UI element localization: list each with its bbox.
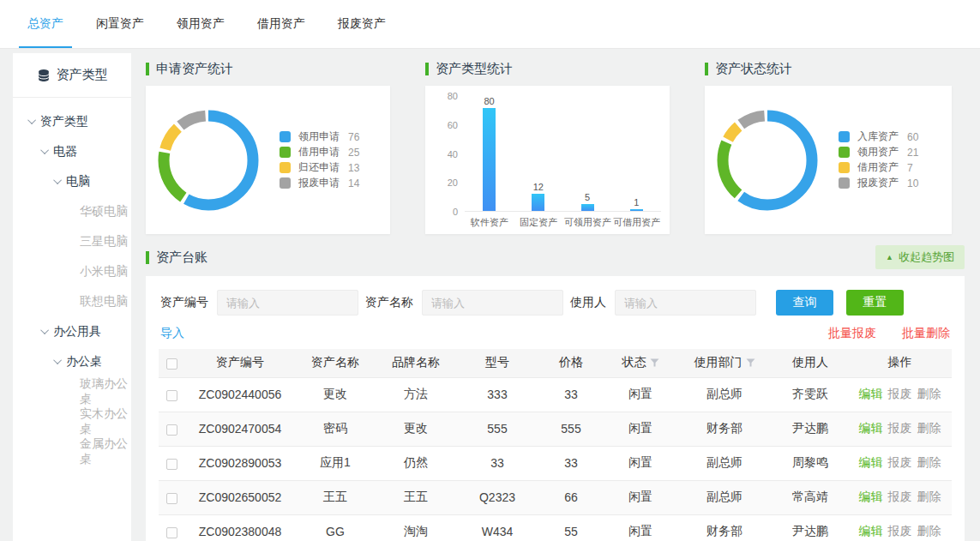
y-axis-tick: 20 xyxy=(430,177,458,188)
status-donut-chart xyxy=(715,108,820,213)
collapse-trend-label: 收起趋势图 xyxy=(899,249,954,265)
column-filter-icon[interactable] xyxy=(650,358,659,367)
column-header-label: 使用人 xyxy=(792,355,828,369)
scrap-action-link[interactable]: 报废 xyxy=(888,490,912,503)
tree-item-实木办公桌[interactable]: 实木办公桌 xyxy=(13,406,131,436)
filter-group-资产编号: 资产编号 xyxy=(160,290,358,316)
tree-item-金属办公桌[interactable]: 金属办公桌 xyxy=(13,436,131,466)
tab-借用资产[interactable]: 借用资产 xyxy=(249,0,314,48)
import-link[interactable]: 导入 xyxy=(160,326,184,341)
column-filter-icon[interactable] xyxy=(746,358,755,367)
delete-action-link[interactable]: 删除 xyxy=(917,455,941,469)
cell-department: 财务部 xyxy=(676,514,773,541)
edit-action-link[interactable]: 编辑 xyxy=(859,387,883,400)
edit-action-link[interactable]: 编辑 xyxy=(859,455,883,469)
tree-item-电脑[interactable]: 电脑 xyxy=(13,166,131,196)
row-checkbox[interactable] xyxy=(166,459,177,470)
tree-item-联想电脑[interactable]: 联想电脑 xyxy=(13,286,131,316)
apply-stats-card: 领用申请76借用申请25归还申请13报废申请14 xyxy=(146,86,390,234)
filter-row: 资产编号资产名称使用人查询重置 xyxy=(160,290,965,316)
bar-category-labels: 软件资产固定资产可领用资产可借用资产 xyxy=(465,216,661,229)
column-header-型号: 型号 xyxy=(457,349,538,377)
legend-swatch xyxy=(839,162,850,173)
legend-value: 25 xyxy=(348,147,359,159)
cell-actions: 编辑报废删除 xyxy=(848,446,952,480)
bar-column-固定资产: 12 xyxy=(514,96,562,211)
cell-model: 33 xyxy=(457,446,538,480)
tree-item-三星电脑[interactable]: 三星电脑 xyxy=(13,226,131,256)
legend-swatch xyxy=(280,147,291,158)
cell-actions: 编辑报废删除 xyxy=(848,480,952,514)
tree-item-label: 办公桌 xyxy=(66,354,102,370)
cell-model: 555 xyxy=(457,412,538,446)
cell-department: 副总师 xyxy=(676,480,773,514)
sidebar-header: 资产类型 xyxy=(13,53,131,98)
y-axis-tick: 0 xyxy=(430,207,458,217)
delete-action-link[interactable]: 删除 xyxy=(917,421,941,435)
reset-button[interactable]: 重置 xyxy=(846,290,904,316)
scrap-action-link[interactable]: 报废 xyxy=(888,524,912,538)
column-header-label: 型号 xyxy=(485,355,509,369)
tab-总资产[interactable]: 总资产 xyxy=(19,0,72,48)
row-checkbox-cell xyxy=(159,377,184,412)
caret-up-icon: ▲ xyxy=(886,254,893,261)
edit-action-link[interactable]: 编辑 xyxy=(859,524,883,538)
cell-status: 闲置 xyxy=(604,446,676,480)
bar-value-label: 12 xyxy=(533,182,544,192)
row-checkbox-cell xyxy=(159,446,184,480)
row-checkbox[interactable] xyxy=(166,493,177,504)
legend-label: 归还申请 xyxy=(298,160,348,175)
column-header-label: 使用部门 xyxy=(694,355,743,369)
cell-user: 尹达鹏 xyxy=(773,412,848,446)
tab-领用资产[interactable]: 领用资产 xyxy=(168,0,233,48)
tab-报废资产[interactable]: 报废资产 xyxy=(329,0,394,48)
row-checkbox[interactable] xyxy=(166,424,177,436)
legend-value: 13 xyxy=(348,162,359,174)
filter-input-资产编号[interactable] xyxy=(217,290,358,316)
row-checkbox[interactable] xyxy=(166,390,177,401)
bar-value-label: 5 xyxy=(585,192,590,202)
bar-value-label: 1 xyxy=(634,197,639,207)
scrap-action-link[interactable]: 报废 xyxy=(888,421,912,435)
delete-action-link[interactable]: 删除 xyxy=(917,387,941,400)
chart-section-type: 资产类型统计 020406080801251软件资产固定资产可领用资产可借用资产 xyxy=(425,60,670,234)
select-all-checkbox[interactable] xyxy=(166,358,177,370)
cell-name: 应用1 xyxy=(296,446,375,480)
scrap-action-link[interactable]: 报废 xyxy=(888,387,912,400)
collapse-trend-button[interactable]: ▲ 收起趋势图 xyxy=(875,245,965,269)
tree-item-办公桌[interactable]: 办公桌 xyxy=(13,346,131,376)
bar-column-软件资产: 80 xyxy=(465,96,514,211)
batch-delete-link[interactable]: 批量删除 xyxy=(902,326,950,341)
row-checkbox[interactable] xyxy=(166,527,177,538)
delete-action-link[interactable]: 删除 xyxy=(917,490,941,503)
edit-action-link[interactable]: 编辑 xyxy=(859,421,883,435)
table-row: ZC0902440056更改方法33333闲置副总师齐雯跃编辑报废删除 xyxy=(159,377,952,412)
tree-item-小米电脑[interactable]: 小米电脑 xyxy=(13,256,131,286)
tab-闲置资产[interactable]: 闲置资产 xyxy=(87,0,153,48)
cell-user: 常高靖 xyxy=(773,480,848,514)
bar-column-可借用资产: 1 xyxy=(612,96,661,211)
title-accent-bar xyxy=(146,251,149,264)
tree-item-华硕电脑[interactable]: 华硕电脑 xyxy=(13,196,131,226)
column-header-label: 资产名称 xyxy=(311,355,359,369)
scrap-action-link[interactable]: 报废 xyxy=(888,455,912,469)
tree-item-label: 办公用具 xyxy=(53,324,101,340)
header-checkbox-cell xyxy=(159,349,184,377)
cell-brand: 仍然 xyxy=(375,446,457,480)
filter-input-使用人[interactable] xyxy=(615,290,756,316)
query-button[interactable]: 查询 xyxy=(776,290,833,316)
tree-item-玻璃办公桌[interactable]: 玻璃办公桌 xyxy=(13,376,131,406)
edit-action-link[interactable]: 编辑 xyxy=(859,490,883,503)
sidebar: 资产类型 资产类型电器电脑华硕电脑三星电脑小米电脑联想电脑办公用具办公桌玻璃办公… xyxy=(13,53,131,541)
tree-item-资产类型[interactable]: 资产类型 xyxy=(13,106,131,136)
cell-code: ZC0902380048 xyxy=(184,514,296,541)
cell-brand: 更改 xyxy=(375,412,457,446)
tree-item-办公用具[interactable]: 办公用具 xyxy=(13,316,131,346)
row-checkbox-cell xyxy=(159,412,184,446)
filter-input-资产名称[interactable] xyxy=(422,290,563,316)
tree-item-电器[interactable]: 电器 xyxy=(13,136,131,166)
filter-label: 使用人 xyxy=(570,295,606,310)
delete-action-link[interactable]: 删除 xyxy=(917,524,941,538)
batch-scrap-link[interactable]: 批量报废 xyxy=(828,326,876,341)
apply-donut-chart xyxy=(156,108,261,213)
